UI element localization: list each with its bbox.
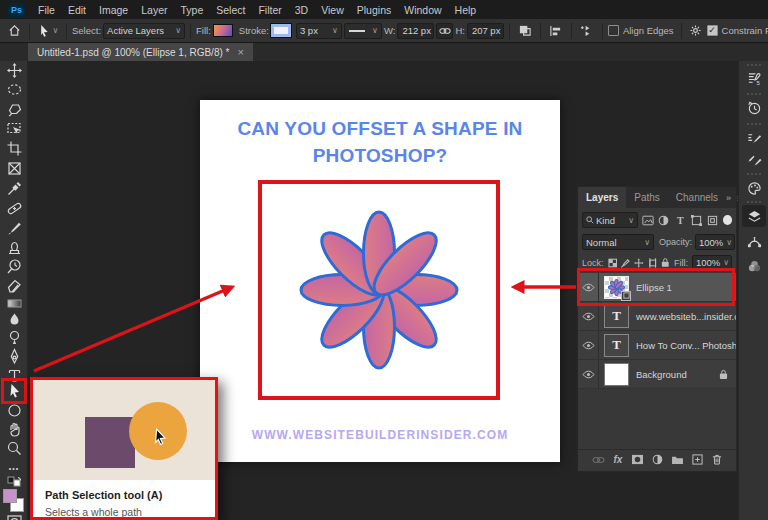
lock-position-icon[interactable] xyxy=(634,258,643,268)
stroke-style-dropdown[interactable]: ∨ xyxy=(344,23,382,39)
dock-handle[interactable] xyxy=(747,201,761,203)
tab-paths[interactable]: Paths xyxy=(626,187,668,208)
object-selection-tool[interactable] xyxy=(5,119,23,137)
constrain-path-dragging-checkbox[interactable]: ✓ xyxy=(707,25,718,36)
menu-plugins[interactable]: Plugins xyxy=(357,4,391,16)
layer-row-url-text[interactable]: T www.websiteb...insider.com xyxy=(578,302,736,331)
fill-dropdown[interactable]: 100% ∨ xyxy=(692,255,732,271)
swatches-panel-button[interactable] xyxy=(742,177,766,199)
path-operations-button[interactable] xyxy=(515,24,535,37)
quick-mask-mode-button[interactable] xyxy=(5,513,23,520)
layer-thumbnail[interactable] xyxy=(604,363,629,386)
layer-row-ellipse-1[interactable]: Ellipse 1 xyxy=(578,273,736,302)
lock-all-icon[interactable] xyxy=(661,257,670,268)
select-mode-dropdown[interactable]: Active Layers ∨ xyxy=(103,23,185,39)
tab-channels[interactable]: Channels xyxy=(668,187,726,208)
link-layers-button[interactable] xyxy=(592,456,605,464)
opacity-dropdown[interactable]: 100% ∨ xyxy=(695,234,735,250)
zoom-tool[interactable] xyxy=(5,439,23,457)
frame-tool[interactable] xyxy=(5,159,23,177)
delete-layer-button[interactable] xyxy=(712,454,722,465)
close-icon[interactable]: × xyxy=(237,46,243,58)
move-tool[interactable] xyxy=(5,61,23,79)
layer-thumbnail[interactable] xyxy=(604,276,629,299)
menu-help[interactable]: Help xyxy=(455,4,477,16)
artboard[interactable]: CAN YOU OFFSET A SHAPE IN PHOTOSHOP? xyxy=(200,100,560,462)
blur-tool[interactable] xyxy=(5,310,23,328)
eraser-tool[interactable] xyxy=(5,276,23,294)
menu-view[interactable]: View xyxy=(321,4,344,16)
lock-pixels-icon[interactable] xyxy=(621,258,630,268)
crop-tool[interactable] xyxy=(5,139,23,157)
path-alignment-button[interactable] xyxy=(546,25,566,37)
dock-handle[interactable] xyxy=(747,123,761,125)
blend-mode-dropdown[interactable]: Normal ∨ xyxy=(582,234,654,250)
filter-adjustment-layers-button[interactable] xyxy=(657,214,670,227)
tab-layers[interactable]: Layers xyxy=(578,187,626,208)
home-button[interactable] xyxy=(4,24,24,37)
lock-transparency-icon[interactable] xyxy=(608,258,617,268)
brush-tool[interactable] xyxy=(5,219,23,237)
history-brush-tool[interactable] xyxy=(5,257,23,275)
brush-settings-panel-button[interactable] xyxy=(742,127,766,149)
adjustment-layer-button[interactable] xyxy=(652,454,663,465)
shape-tool[interactable] xyxy=(5,401,23,419)
dock-handle[interactable] xyxy=(747,64,761,66)
menu-type[interactable]: Type xyxy=(180,4,203,16)
healing-brush-tool[interactable] xyxy=(5,199,23,217)
eyedropper-tool[interactable] xyxy=(5,179,23,197)
filter-shape-layers-button[interactable] xyxy=(690,214,703,227)
visibility-toggle[interactable] xyxy=(578,302,599,330)
align-edges-checkbox[interactable] xyxy=(608,25,619,36)
layer-row-heading-text[interactable]: T How To Conv... Photoshop? xyxy=(578,331,736,360)
filter-kind-dropdown[interactable]: Kind ∨ xyxy=(582,212,638,228)
document-tab[interactable]: Untitled-1.psd @ 100% (Ellipse 1, RGB/8)… xyxy=(28,43,253,61)
brushes-panel-button[interactable] xyxy=(742,149,766,171)
path-selection-tool[interactable] xyxy=(5,382,23,400)
panel-overflow-icon[interactable]: » xyxy=(726,193,731,203)
layers-panel-button[interactable] xyxy=(742,205,766,227)
filter-toggle[interactable] xyxy=(723,215,733,225)
lasso-tool[interactable] xyxy=(5,100,23,118)
link-dimensions-button[interactable] xyxy=(436,23,453,39)
menu-window[interactable]: Window xyxy=(404,4,441,16)
add-mask-button[interactable] xyxy=(631,454,644,465)
history-panel-button[interactable] xyxy=(742,97,766,119)
clone-stamp-tool[interactable] xyxy=(5,238,23,256)
clipboard-panel-button[interactable]: 5 xyxy=(742,67,766,89)
menu-file[interactable]: File xyxy=(38,4,55,16)
visibility-toggle[interactable] xyxy=(578,360,599,388)
color-panel-button[interactable] xyxy=(742,255,766,277)
layer-thumbnail[interactable]: T xyxy=(604,334,629,357)
menu-select[interactable]: Select xyxy=(216,4,245,16)
filter-type-layers-button[interactable]: T xyxy=(674,214,687,227)
marquee-tool[interactable] xyxy=(5,80,23,98)
new-group-button[interactable] xyxy=(671,455,684,465)
path-arrangement-button[interactable] xyxy=(577,24,597,37)
flower-shape[interactable] xyxy=(262,184,496,396)
lock-artboard-icon[interactable] xyxy=(648,258,657,268)
tool-preset-button[interactable]: ∨ xyxy=(35,24,61,37)
width-input[interactable]: 212 px xyxy=(397,23,434,39)
layer-style-button[interactable]: fx xyxy=(614,454,623,465)
foreground-color-swatch[interactable] xyxy=(3,489,17,503)
height-input[interactable]: 207 px xyxy=(467,23,504,39)
visibility-toggle[interactable] xyxy=(578,331,599,359)
menu-layer[interactable]: Layer xyxy=(141,4,167,16)
layer-thumbnail[interactable]: T xyxy=(604,305,629,328)
menu-filter[interactable]: Filter xyxy=(258,4,281,16)
hand-tool[interactable] xyxy=(5,420,23,438)
menu-edit[interactable]: Edit xyxy=(68,4,86,16)
tool-settings-button[interactable] xyxy=(687,24,705,37)
filter-smart-objects-button[interactable] xyxy=(706,214,719,227)
layer-row-background[interactable]: Background xyxy=(578,360,736,389)
dock-handle[interactable] xyxy=(747,173,761,175)
stroke-swatch[interactable] xyxy=(271,24,291,37)
menu-image[interactable]: Image xyxy=(99,4,128,16)
paths-panel-button[interactable] xyxy=(742,231,766,253)
dock-handle[interactable] xyxy=(747,93,761,95)
visibility-toggle[interactable] xyxy=(578,273,599,301)
fill-swatch[interactable] xyxy=(213,24,233,37)
menu-3d[interactable]: 3D xyxy=(295,4,308,16)
pen-tool[interactable] xyxy=(5,347,23,365)
